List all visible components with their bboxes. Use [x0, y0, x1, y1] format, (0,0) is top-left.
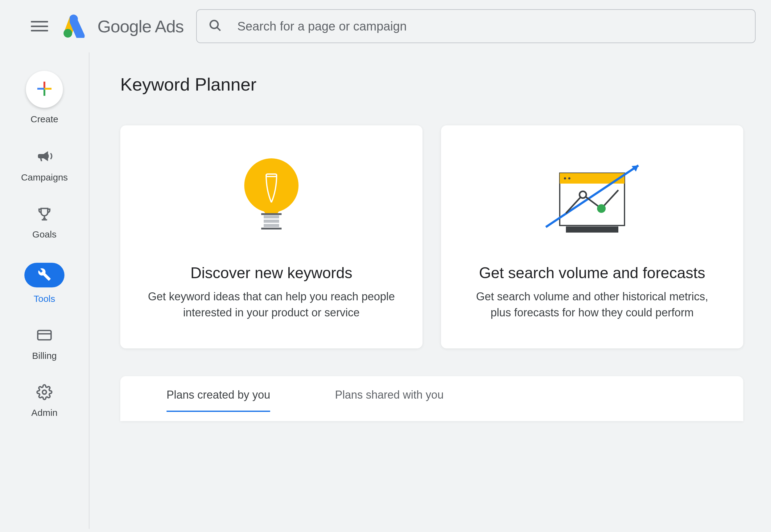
sidebar-item-create[interactable]: Create [26, 71, 63, 124]
page-title: Keyword Planner [120, 74, 743, 95]
svg-rect-18 [261, 213, 282, 215]
card-discover-keywords[interactable]: Discover new keywords Get keyword ideas … [120, 125, 422, 348]
tools-icon [38, 268, 51, 282]
card-description: Get search volume and other historical m… [466, 289, 719, 321]
svg-point-12 [42, 390, 46, 394]
tab-plans-created[interactable]: Plans created by you [166, 388, 270, 412]
menu-button[interactable] [31, 20, 48, 32]
logo[interactable]: Google Ads [60, 13, 184, 39]
svg-rect-3 [43, 82, 45, 89]
svg-rect-15 [264, 215, 279, 218]
sidebar-item-label: Billing [32, 351, 57, 361]
card-description: Get keyword ideas that can help you reac… [145, 289, 398, 321]
svg-rect-24 [566, 226, 618, 233]
main-content: Keyword Planner [89, 52, 771, 529]
sidebar-item-label: Campaigns [21, 172, 68, 183]
chart-illustration [536, 156, 648, 242]
svg-rect-19 [261, 228, 282, 229]
megaphone-icon [36, 148, 53, 166]
svg-rect-17 [264, 224, 279, 227]
svg-point-27 [580, 191, 586, 198]
sidebar-item-tools[interactable]: Tools [24, 263, 64, 304]
tabs: Plans created by you Plans shared with y… [166, 388, 697, 412]
card-title: Discover new keywords [190, 264, 352, 282]
google-ads-logo-icon [60, 13, 88, 39]
svg-point-23 [568, 177, 570, 180]
svg-rect-4 [43, 89, 45, 96]
tabs-panel: Plans created by you Plans shared with y… [120, 376, 743, 421]
svg-point-0 [63, 29, 72, 38]
gear-icon [36, 384, 52, 401]
sidebar: Create Campaigns [0, 52, 89, 529]
lightbulb-illustration [242, 156, 301, 242]
svg-point-28 [597, 204, 606, 213]
credit-card-icon [36, 327, 52, 344]
trophy-icon [36, 206, 52, 223]
svg-rect-5 [37, 88, 44, 90]
sidebar-item-label: Admin [31, 408, 57, 418]
svg-rect-10 [38, 331, 51, 340]
card-title: Get search volume and forecasts [479, 264, 705, 282]
tab-plans-shared[interactable]: Plans shared with you [335, 388, 443, 412]
card-search-volume[interactable]: Get search volume and forecasts Get sear… [441, 125, 743, 348]
sidebar-item-label: Create [31, 114, 58, 124]
sidebar-item-goals[interactable]: Goals [32, 206, 56, 240]
cards-row: Discover new keywords Get keyword ideas … [120, 125, 743, 348]
create-button[interactable] [26, 71, 63, 108]
sidebar-item-label: Goals [32, 229, 56, 240]
sidebar-item-admin[interactable]: Admin [31, 384, 57, 418]
search-icon [209, 19, 222, 34]
sidebar-item-label: Tools [34, 294, 55, 304]
svg-rect-6 [44, 88, 51, 90]
logo-text: Google Ads [97, 16, 184, 36]
search-box[interactable] [196, 9, 756, 43]
sidebar-item-billing[interactable]: Billing [32, 327, 57, 361]
header: Google Ads [0, 0, 771, 52]
search-input[interactable] [238, 19, 743, 33]
svg-line-2 [217, 27, 220, 31]
svg-point-1 [210, 21, 218, 29]
svg-rect-16 [264, 220, 279, 223]
plus-icon [37, 81, 52, 98]
sidebar-item-campaigns[interactable]: Campaigns [21, 148, 68, 183]
svg-point-22 [564, 177, 566, 180]
